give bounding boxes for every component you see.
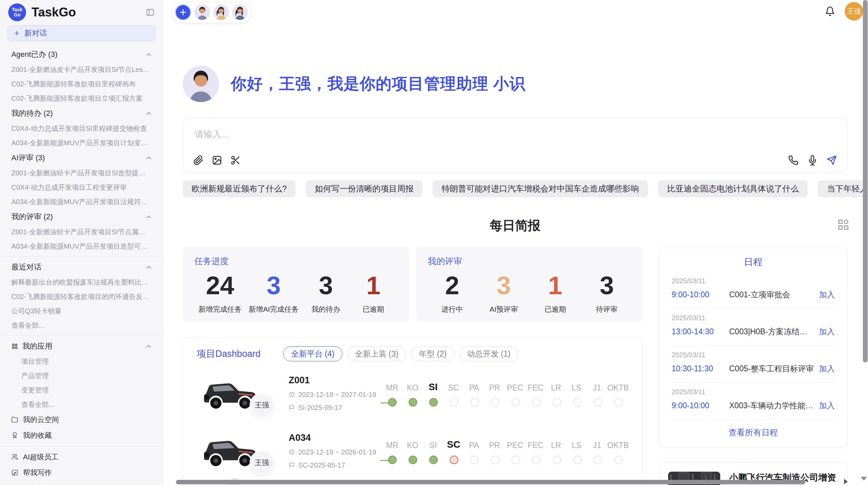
suggestion-chip[interactable]: 欧洲新规最近颁布了什么? — [183, 180, 296, 197]
app-shortcut-item[interactable]: 查看全部... — [0, 397, 163, 412]
sidebar-section-header[interactable]: 最近对话 — [0, 259, 163, 275]
project-row[interactable]: 王强Z0012023-12-19 ~ 2027-01-19SI-2025-05-… — [197, 368, 629, 419]
sidebar-tool-item[interactable]: AI超级员工 — [0, 449, 163, 465]
milestone-node[interactable] — [567, 398, 588, 408]
milestone-node[interactable] — [444, 456, 464, 465]
stat-value: 1 — [366, 272, 380, 300]
view-all-schedule-link[interactable]: 查看所有日程 — [659, 420, 847, 447]
join-meeting-link[interactable]: 加入 — [819, 400, 835, 411]
suggestion-chip[interactable]: 特朗普可能对进口汽车增税会对中国车企造成哪些影响 — [433, 180, 648, 197]
milestone-node[interactable] — [588, 398, 608, 408]
user-avatar[interactable]: 王强 — [845, 2, 863, 21]
recent-chat-item[interactable]: 解释最新出台的欧盟报废车法规再生塑料比例被调至15%... — [0, 275, 163, 289]
milestone-node[interactable] — [526, 456, 546, 465]
sidebar-item[interactable]: A034-全新新能源MUV产品开发项目计划变更表编写 — [0, 136, 163, 150]
sidebar-item-badge[interactable]: 我的收藏 — [0, 427, 163, 443]
sidebar-tool-item[interactable]: 创意制图 — [0, 481, 163, 485]
sidebar-item[interactable]: A034-全新新能源MUV产品开发项目法规符合性评审 — [0, 195, 163, 209]
sidebar-item[interactable]: Z001-全新燃油轻卡产品开发项目SI节点属性5D文件评审 — [0, 225, 163, 239]
milestone-node[interactable] — [546, 398, 567, 408]
sidebar-item[interactable]: C02-飞腾新能源轻客改款项目里程碑画布 — [0, 77, 163, 91]
sidebar-item-folder[interactable]: 我的云空间 — [0, 412, 163, 427]
suggestion-chip[interactable]: 当下年轻人对汽车外观有怎样的喜好趋势 — [818, 180, 868, 197]
milestone-node[interactable] — [546, 456, 567, 465]
horizontal-scrollbar[interactable] — [176, 480, 805, 484]
milestone-node[interactable] — [423, 398, 444, 408]
phone-icon[interactable] — [788, 155, 798, 165]
milestone-node[interactable] — [567, 456, 588, 465]
new-chat-button[interactable]: 新对话 — [8, 25, 155, 41]
sidebar-section-header[interactable]: 我的评审 (2) — [0, 209, 163, 225]
milestone-node[interactable] — [588, 456, 608, 465]
contact-avatar[interactable] — [232, 4, 248, 20]
microphone-icon[interactable] — [807, 155, 818, 165]
milestone-node[interactable] — [464, 398, 485, 408]
join-meeting-link[interactable]: 加入 — [819, 289, 835, 300]
milestone-node[interactable] — [608, 398, 629, 408]
scissors-icon[interactable] — [230, 155, 241, 165]
scroll-right-arrow[interactable] — [844, 479, 848, 484]
schedule-event[interactable]: 2025/03/1113:00-14:30C003|H0B-方案冻结评审加入 — [672, 309, 835, 346]
notifications-button[interactable] — [825, 6, 835, 16]
schedule-event[interactable]: 2025/03/1110:30-11:30C005-整车工程目标评审加入 — [672, 346, 835, 383]
add-contact-button[interactable] — [175, 4, 191, 21]
person-illustration — [183, 66, 219, 102]
recent-chat-item[interactable]: C02-飞腾新能源轻客改款项目的闭环通告反馈情况 — [0, 289, 163, 304]
suggestion-chips: 欧洲新规最近颁布了什么?如何写一份清晰的项目周报特朗普可能对进口汽车增税会对中国… — [183, 180, 847, 197]
suggestion-chip[interactable]: 如何写一份清晰的项目周报 — [306, 180, 422, 197]
contact-avatar[interactable] — [213, 4, 229, 20]
milestone-node[interactable] — [608, 456, 629, 465]
milestone-node[interactable] — [526, 398, 546, 408]
image-icon[interactable] — [212, 155, 222, 165]
join-meeting-link[interactable]: 加入 — [819, 363, 835, 374]
project-list: 王强Z0012023-12-19 ~ 2027-01-19SI-2025-05-… — [197, 368, 629, 476]
project-filter-tab[interactable]: 全新平台 (4) — [283, 346, 342, 361]
milestone-node[interactable] — [505, 456, 526, 465]
recent-chat-item[interactable]: 公司Q3轻卡销量 — [0, 304, 163, 318]
milestone-node[interactable] — [485, 398, 505, 408]
chat-input[interactable] — [195, 129, 737, 140]
divider — [0, 446, 163, 446]
sidebar-section-header[interactable]: 我的待办 (2) — [0, 105, 163, 121]
sidebar-item[interactable]: C0X4-动力总成开发项目SI里程碑提交物检查 — [0, 121, 163, 136]
milestone-node[interactable] — [382, 456, 402, 465]
project-row[interactable]: 王强A0342023-12-19 ~ 2026-01-19SC-2025-05-… — [197, 425, 629, 476]
sidebar-section-header[interactable]: Agent已办 (3) — [0, 47, 163, 62]
project-filter-tab[interactable]: 全新上装 (3) — [347, 346, 407, 361]
schedule-event[interactable]: 2025/03/119:00-10:00C001-立项审批会加入 — [672, 272, 835, 309]
app-shortcut-item[interactable]: 变更管理 — [0, 383, 163, 397]
sidebar-section-header[interactable]: AI评审 (3) — [0, 150, 163, 166]
collapse-sidebar-button[interactable] — [146, 8, 155, 17]
app-shortcut-item[interactable]: 产品管理 — [0, 369, 163, 383]
milestone-strip: MRKOSISCPAPRPECFECLRLSJ1OKTB — [382, 436, 629, 465]
milestone-node[interactable] — [505, 398, 526, 408]
sidebar-tool-label: 帮我写作 — [23, 468, 52, 477]
milestone-node[interactable] — [423, 456, 444, 465]
milestone-node[interactable] — [382, 398, 402, 408]
join-meeting-link[interactable]: 加入 — [819, 326, 835, 337]
sidebar-item[interactable]: Z001-全新燃油皮卡产品开发项目SI节点Lesson Learn报告 — [0, 62, 163, 77]
sidebar-section-header[interactable]: 我的应用 — [0, 338, 163, 354]
schedule-event[interactable]: 2025/03/119:00-10:00X003-车辆动力学性能验...加入 — [672, 383, 835, 420]
suggestion-chip[interactable]: 比亚迪全固态电池计划具体说了什么 — [658, 180, 808, 197]
contact-avatar[interactable] — [194, 4, 210, 20]
project-filter-tab[interactable]: 年型 (2) — [411, 346, 455, 361]
send-icon[interactable] — [827, 155, 837, 165]
sidebar-tool-item[interactable]: 帮我写作 — [0, 465, 163, 481]
milestone-node[interactable] — [402, 398, 423, 408]
milestone-node[interactable] — [485, 456, 505, 465]
recent-chat-item[interactable]: 查看全部... — [0, 318, 163, 333]
milestone-node[interactable] — [444, 398, 464, 408]
milestone-node[interactable] — [464, 456, 485, 465]
sidebar-item[interactable]: A034-全新新能源MUV产品开发项目造型可行性评审 — [0, 239, 163, 253]
sidebar-item[interactable]: C0X4-动力总成开发项目工程变更评审 — [0, 180, 163, 195]
sidebar-item[interactable]: Z001-全新燃油轻卡产品开发项目SI造型提交物评审 — [0, 166, 163, 180]
scroll-down-arrow[interactable] — [861, 477, 867, 481]
layout-toggle-button[interactable] — [836, 218, 850, 233]
app-shortcut-item[interactable]: 项目管理 — [0, 354, 163, 369]
sidebar-item[interactable]: C02-飞腾新能源轻客改款项目立项汇报方案 — [0, 91, 163, 105]
vertical-scrollbar[interactable] — [863, 0, 868, 362]
project-filter-tab[interactable]: 动总开发 (1) — [459, 346, 519, 361]
milestone-node[interactable] — [402, 456, 423, 465]
paperclip-icon[interactable] — [193, 155, 204, 165]
